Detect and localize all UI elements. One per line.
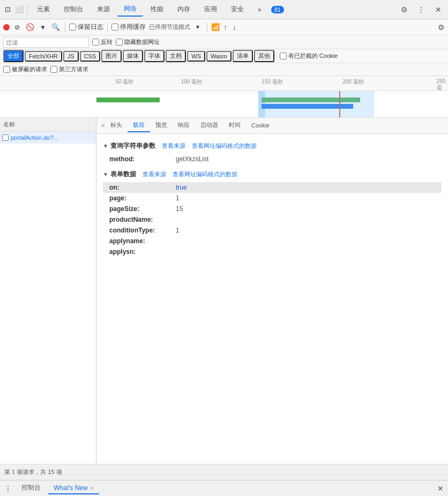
type-all[interactable]: 全部 [3, 50, 24, 62]
tab-more[interactable]: » [251, 4, 268, 16]
cookie-filter-checkbox[interactable] [280, 52, 287, 59]
tab-elements[interactable]: 元素 [31, 3, 56, 16]
third-party-checkbox[interactable] [50, 66, 57, 73]
tick-50ms: 50 毫秒 [116, 78, 134, 86]
disable-cache-checkbox[interactable] [111, 24, 118, 31]
bottom-tab-close-button[interactable]: × [91, 485, 94, 491]
type-fetch-xhr[interactable]: Fetch/XHR [25, 51, 62, 62]
type-js[interactable]: JS [63, 51, 79, 62]
form-collapse-toggle[interactable]: ▼ [103, 171, 108, 177]
invert-label[interactable]: 反转 [92, 38, 113, 46]
tl-bar-green-left [96, 97, 160, 102]
tab-memory[interactable]: 内存 [171, 3, 197, 16]
request-list-panel: 名称 portalAction.do?... [0, 118, 96, 464]
dock-icon[interactable]: ⊡ [2, 4, 13, 15]
form-view-encoded-link[interactable]: 查看网址编码格式的数据 [173, 170, 237, 178]
tab-response[interactable]: 响应 [173, 119, 195, 132]
status-text: 第 1 项请求，共 15 项 [4, 468, 62, 476]
query-section-title: 查询字符串参数 [110, 141, 155, 151]
form-view-source-link[interactable]: 查看来源 [143, 170, 166, 178]
form-param-page: page: 1 [103, 193, 442, 204]
query-collapse-toggle[interactable]: ▼ [103, 143, 108, 149]
network-settings-icon[interactable]: ⚙ [438, 23, 445, 32]
third-party-label[interactable]: 第三方请求 [50, 65, 88, 73]
type-ws[interactable]: WS [187, 51, 205, 62]
disable-cache-label[interactable]: 停用缓存 [111, 22, 146, 32]
form-param-key-applysn: applysn: [109, 248, 174, 255]
query-param-value-method: getXkzsList [176, 155, 208, 163]
status-bar: 第 1 项请求，共 15 项 [0, 464, 448, 480]
type-media[interactable]: 媒体 [123, 50, 143, 62]
tab-payload[interactable]: 载荷 [128, 119, 150, 132]
tab-network[interactable]: 网络 [117, 2, 143, 17]
type-filters-row: 全部 Fetch/XHR JS CSS 图片 媒体 字体 文档 WS Wasm … [0, 49, 448, 63]
record-button[interactable] [3, 24, 10, 31]
preserve-log-checkbox[interactable] [69, 24, 76, 31]
form-param-value-conditiontype: 1 [176, 227, 180, 234]
form-param-value-pagesize: 15 [176, 205, 183, 213]
tab-timing[interactable]: 时间 [223, 119, 246, 132]
bottom-close-button[interactable]: ✕ [437, 484, 444, 493]
throttle-arrow[interactable]: ▼ [192, 22, 203, 33]
form-param-key-pagesize: pageSize: [109, 205, 174, 213]
type-other[interactable]: 其他 [254, 50, 274, 62]
close-devtools-button[interactable]: ✕ [431, 2, 446, 17]
bottom-tab-whats-new[interactable]: What's New × [48, 483, 99, 494]
search-button[interactable]: 🔍 [50, 22, 61, 33]
detail-panel: ✕ 标头 载荷 预览 响应 启动器 时间 Cookie ▼ 查询字符串参数 查看… [96, 118, 448, 464]
tab-performance[interactable]: 性能 [144, 3, 170, 16]
tab-application[interactable]: 应用 [198, 3, 223, 16]
tick-100ms: 100 毫秒 [181, 78, 201, 86]
type-img[interactable]: 图片 [101, 50, 122, 62]
form-param-key-page: page: [109, 194, 174, 202]
timeline-ticks: 50 毫秒 100 毫秒 150 毫秒 200 毫秒 250 毫秒 [96, 76, 448, 91]
form-param-key-conditiontype: conditionType: [109, 227, 174, 234]
preserve-log-label[interactable]: 保留日志 [69, 22, 103, 32]
query-param-key-method: method: [109, 155, 174, 163]
cookie-filter-label[interactable]: 有已拦截的 Cookie [280, 52, 338, 60]
tab-security[interactable]: 安全 [225, 3, 250, 16]
clear-button[interactable]: 🚫 [25, 22, 35, 33]
upload-icon[interactable]: ↑ [222, 23, 229, 32]
timeline-header: 50 毫秒 100 毫秒 150 毫秒 200 毫秒 250 毫秒 [0, 76, 448, 91]
tab-cookie[interactable]: Cookie [246, 120, 275, 132]
settings-icon[interactable]: ⚙ [397, 2, 412, 17]
throttle-status: 已停用节流模式 [149, 23, 190, 31]
blocked-requests-label[interactable]: 被屏蔽的请求 [3, 65, 47, 73]
query-view-encoded-link[interactable]: 查看网址编码格式的数据 [192, 142, 257, 150]
inspect-icon[interactable]: ⬜ [14, 4, 25, 15]
tab-preview[interactable]: 预览 [150, 119, 173, 132]
invert-checkbox[interactable] [92, 39, 99, 46]
type-font[interactable]: 字体 [144, 50, 165, 62]
query-view-source-link[interactable]: 查看来源 [162, 142, 185, 150]
bottom-tab-console[interactable]: 控制台 [16, 482, 46, 495]
tl-bar-green-right [262, 97, 360, 102]
tab-console[interactable]: 控制台 [57, 3, 89, 16]
type-wasm[interactable]: Wasm [206, 51, 232, 62]
filter-toggle[interactable]: ▼ [38, 22, 48, 33]
tab-sources[interactable]: 来源 [91, 3, 116, 16]
hide-data-checkbox[interactable] [116, 39, 123, 46]
tick-250ms: 250 毫秒 [437, 78, 446, 91]
type-doc[interactable]: 文档 [166, 50, 186, 62]
more-vert-icon[interactable]: ⋮ [414, 2, 429, 17]
type-manifest[interactable]: 清单 [233, 50, 253, 62]
download-icon[interactable]: ↓ [231, 23, 238, 32]
form-param-pagesize: pageSize: 15 [103, 204, 442, 214]
hide-data-label[interactable]: 隐藏数据网址 [116, 38, 160, 46]
bottom-tabs-dots[interactable]: ⋮ [4, 484, 12, 493]
type-css[interactable]: CSS [80, 51, 101, 62]
bottom-tabs: ⋮ 控制台 What's New × ✕ [0, 480, 448, 496]
form-param-applyname: applyname: [103, 236, 442, 246]
filter-input[interactable] [3, 37, 89, 48]
detail-close-button[interactable]: ✕ [101, 123, 105, 129]
blocked-requests-checkbox[interactable] [3, 66, 10, 73]
list-item[interactable]: portalAction.do?... [0, 132, 96, 144]
tab-initiator[interactable]: 启动器 [195, 119, 223, 132]
form-param-value-page: 1 [176, 194, 180, 202]
tab-headers[interactable]: 标头 [105, 119, 128, 132]
form-param-key-on: on: [109, 184, 174, 191]
request-checkbox[interactable] [2, 134, 9, 141]
form-section-title: 表单数据 [110, 170, 136, 179]
stop-button[interactable]: ⊘ [12, 22, 23, 33]
